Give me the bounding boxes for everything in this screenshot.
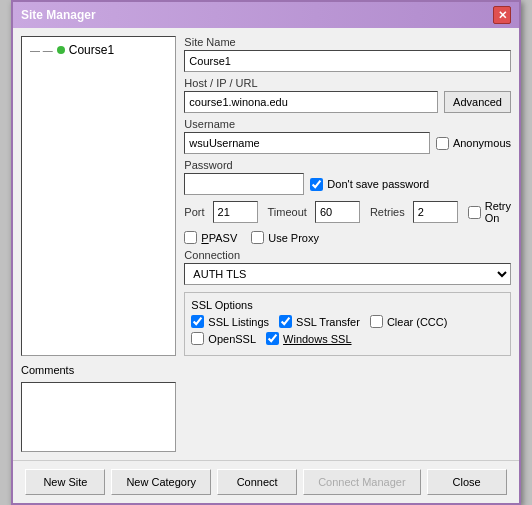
password-label: Password xyxy=(184,159,511,171)
ssl-transfer-label: SSL Transfer xyxy=(296,316,360,328)
tree-expander: — — xyxy=(30,45,53,56)
pasv-label: PPASV xyxy=(201,232,237,244)
ssl-transfer-row: SSL Transfer xyxy=(279,315,360,328)
retry-on-label: Retry On xyxy=(485,200,511,224)
ssl-row-1: SSL Listings SSL Transfer Clear (CCC) xyxy=(191,315,504,328)
port-label: Port xyxy=(184,206,204,218)
host-row: Advanced xyxy=(184,91,511,113)
dont-save-label: Don't save password xyxy=(327,178,429,190)
username-row: Anonymous xyxy=(184,132,511,154)
advanced-button[interactable]: Advanced xyxy=(444,91,511,113)
anonymous-label: Anonymous xyxy=(453,137,511,149)
site-name-input[interactable] xyxy=(184,50,511,72)
close-button[interactable]: Close xyxy=(427,469,507,495)
right-panel: Site Name Host / IP / URL Advanced Usern… xyxy=(184,36,511,452)
ssl-listings-row: SSL Listings xyxy=(191,315,269,328)
timeout-input[interactable] xyxy=(315,201,360,223)
clear-ccc-checkbox[interactable] xyxy=(370,315,383,328)
openssl-row: OpenSSL xyxy=(191,332,256,345)
site-name-group: Site Name xyxy=(184,36,511,72)
connection-label: Connection xyxy=(184,249,511,261)
pasv-checkbox[interactable] xyxy=(184,231,197,244)
openssl-checkbox[interactable] xyxy=(191,332,204,345)
anonymous-checkbox[interactable] xyxy=(436,137,449,150)
connection-group: Connection AUTH TLS FTP SFTP FTPS xyxy=(184,249,511,285)
site-manager-window: Site Manager ✕ — — Course1 Comments Site… xyxy=(11,0,521,505)
timeout-label: Timeout xyxy=(268,206,307,218)
retries-group: Retries xyxy=(370,201,458,223)
bottom-bar: New Site New Category Connect Connect Ma… xyxy=(13,460,519,503)
left-panel: — — Course1 Comments xyxy=(21,36,176,452)
ssl-transfer-checkbox[interactable] xyxy=(279,315,292,328)
password-input[interactable] xyxy=(184,173,304,195)
use-proxy-checkbox[interactable] xyxy=(251,231,264,244)
new-category-button[interactable]: New Category xyxy=(111,469,211,495)
main-content: — — Course1 Comments Site Name Host / IP… xyxy=(13,28,519,460)
clear-ccc-label: Clear (CCC) xyxy=(387,316,448,328)
use-proxy-row: Use Proxy xyxy=(251,231,319,244)
anonymous-checkbox-row: Anonymous xyxy=(436,137,511,150)
clear-ccc-row: Clear (CCC) xyxy=(370,315,448,328)
comments-input[interactable] xyxy=(21,382,176,452)
pasv-row: PPASV xyxy=(184,231,237,244)
comments-label: Comments xyxy=(21,364,176,376)
dont-save-checkbox[interactable] xyxy=(310,178,323,191)
ssl-listings-checkbox[interactable] xyxy=(191,315,204,328)
title-bar: Site Manager ✕ xyxy=(13,2,519,28)
ssl-row-2: OpenSSL Windows SSL xyxy=(191,332,504,345)
windows-ssl-row: Windows SSL xyxy=(266,332,351,345)
host-group: Host / IP / URL Advanced xyxy=(184,77,511,113)
dont-save-row: Don't save password xyxy=(310,178,429,191)
connect-manager-button[interactable]: Connect Manager xyxy=(303,469,420,495)
windows-ssl-label: Windows SSL xyxy=(283,333,351,345)
ssl-options-title: SSL Options xyxy=(191,299,504,311)
window-title: Site Manager xyxy=(21,8,96,22)
status-dot xyxy=(57,46,65,54)
tree-item-label: Course1 xyxy=(69,43,114,57)
windows-ssl-checkbox[interactable] xyxy=(266,332,279,345)
password-group: Password Don't save password xyxy=(184,159,511,195)
password-row: Don't save password xyxy=(184,173,511,195)
host-input[interactable] xyxy=(184,91,438,113)
use-proxy-label: Use Proxy xyxy=(268,232,319,244)
port-timeout-retries-row: Port Timeout Retries Retry On xyxy=(184,200,511,224)
site-name-label: Site Name xyxy=(184,36,511,48)
username-label: Username xyxy=(184,118,511,130)
retry-on-row: Retry On xyxy=(468,200,511,224)
tree-item-course1[interactable]: — — Course1 xyxy=(26,41,171,59)
new-site-button[interactable]: New Site xyxy=(25,469,105,495)
close-window-button[interactable]: ✕ xyxy=(493,6,511,24)
retries-input[interactable] xyxy=(413,201,458,223)
host-label: Host / IP / URL xyxy=(184,77,511,89)
openssl-label: OpenSSL xyxy=(208,333,256,345)
ssl-listings-label: SSL Listings xyxy=(208,316,269,328)
connection-select[interactable]: AUTH TLS FTP SFTP FTPS xyxy=(184,263,511,285)
username-input[interactable] xyxy=(184,132,430,154)
ssl-options-box: SSL Options SSL Listings SSL Transfer Cl… xyxy=(184,292,511,356)
port-group: Port xyxy=(184,201,257,223)
pasv-proxy-row: PPASV Use Proxy xyxy=(184,231,511,244)
port-input[interactable] xyxy=(213,201,258,223)
timeout-group: Timeout xyxy=(268,201,360,223)
retries-label: Retries xyxy=(370,206,405,218)
retry-on-checkbox[interactable] xyxy=(468,206,481,219)
site-tree[interactable]: — — Course1 xyxy=(21,36,176,356)
username-group: Username Anonymous xyxy=(184,118,511,154)
connect-button[interactable]: Connect xyxy=(217,469,297,495)
